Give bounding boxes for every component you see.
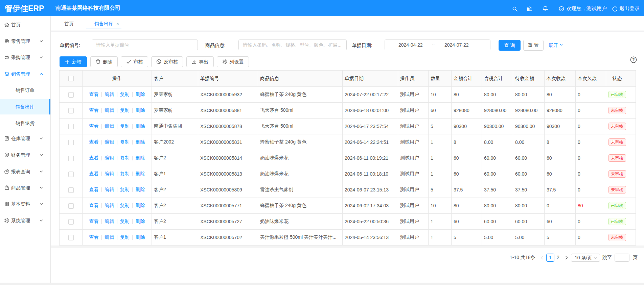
svg-text:?: ? — [632, 57, 635, 62]
